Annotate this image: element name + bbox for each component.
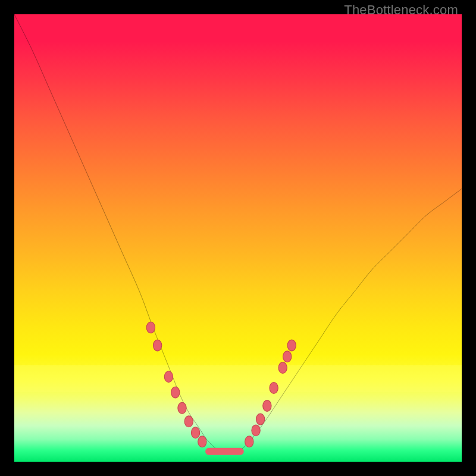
curve-dot [278,362,287,374]
curve-dot [191,427,199,439]
plot-area [14,14,462,462]
curve-dot [164,371,173,383]
curve-dot [146,322,155,333]
curve-dot [263,400,271,412]
curve-dot [198,436,206,447]
curve-dot [153,340,161,351]
curve-dot [287,340,296,351]
chart-frame: TheBottleneck.com [0,0,476,476]
curve-dot [178,402,186,414]
curve-dot [184,416,193,427]
curve-dot [252,425,260,436]
curve-dots-left [146,322,206,447]
watermark-text: TheBottleneck.com [344,2,458,18]
curve-dot [245,436,253,447]
curve-dot [283,351,292,362]
curve-dot [171,387,180,398]
curve-path [14,14,462,453]
curve-dot [256,414,264,425]
bottleneck-curve [14,14,462,462]
curve-dots-right [245,340,296,447]
curve-dot [270,383,278,394]
